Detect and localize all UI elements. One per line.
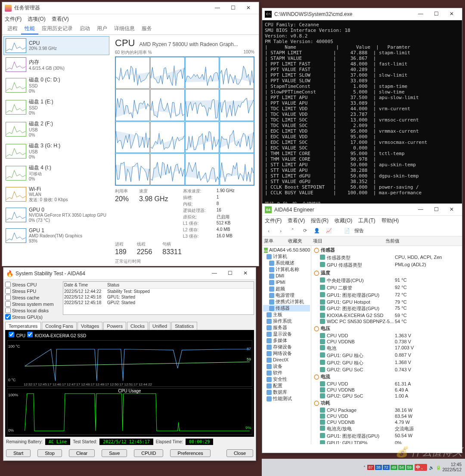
tray-temp[interactable]: 87 [367, 465, 374, 470]
sensor-row[interactable]: CPU Package38.16 W [311, 407, 462, 413]
tm-close[interactable]: ✕ [241, 3, 256, 13]
sst-save-button[interactable]: Save [102, 449, 127, 457]
report-btn[interactable]: 报告 [354, 227, 364, 234]
tree-item[interactable]: 性能测试 [263, 395, 310, 402]
user-icon[interactable]: 👤 [312, 226, 322, 236]
sidebar-item[interactable]: 磁盘 4 (I:)可移动0% [3, 162, 109, 184]
tree-item[interactable]: 超频 [263, 286, 310, 292]
aida-menu-item[interactable]: 收藏(O) [335, 217, 352, 224]
sst-subtab[interactable]: Cooling Fans [42, 322, 77, 330]
cmd-terminal[interactable]: CPU Family: Cezanne SMU BIOS Interface V… [262, 20, 462, 208]
tm-tab[interactable]: 详细信息 [111, 24, 138, 34]
sensor-row[interactable]: GPU1: GPU TDP%0% [311, 440, 462, 444]
sensor-row[interactable]: CPU VDD83.54 W [311, 413, 462, 419]
cmd-close[interactable]: ✕ [444, 9, 459, 19]
tree-item[interactable]: DirectX [263, 357, 310, 363]
sidebar-item[interactable]: 磁盘 3 (G: H:)USB0% [3, 140, 109, 162]
tray-temp[interactable]: 59 [406, 465, 413, 470]
sst-subtab[interactable]: Clocks [127, 322, 148, 330]
tree-item[interactable]: 传感器 [263, 305, 310, 311]
sidebar-item[interactable]: 内存4.6/15.4 GB (30%) [3, 55, 109, 74]
tree-item[interactable]: 多媒体 [263, 337, 310, 344]
chart-icon[interactable]: 📈 [324, 226, 334, 236]
aida-max[interactable]: ☐ [428, 205, 444, 215]
sensor-row[interactable]: GPU2: 图形处理器(GPU)75 °C [311, 305, 462, 312]
stress-checkbox[interactable]: Stress cache [5, 294, 60, 301]
tree-item[interactable]: 系统概述 [263, 260, 310, 266]
windows-taskbar[interactable]: ˄ 873872495459 中 、 🔉 🔋 12:452022/5/12 [262, 459, 465, 476]
cpu-checkbox[interactable]: CPU [9, 332, 25, 338]
report-icon[interactable]: 📄 [342, 226, 352, 236]
taskbar-clock[interactable]: 12:452022/5/12 [443, 462, 462, 473]
sensor-row[interactable]: WDC PC SN530 SDBPNPZ-5...54 °C [311, 318, 462, 324]
tree-item[interactable]: 服务器 [263, 324, 310, 331]
aida-menu-item[interactable]: 文件(F) [265, 217, 282, 224]
tray-temp[interactable]: 54 [398, 465, 405, 470]
tray-temp[interactable]: 38 [375, 465, 382, 470]
cmd-titlebar[interactable]: C:\ C:\WINDOWS\System32\cmd.exe —☐✕ [262, 8, 462, 20]
tree-item[interactable]: 计算机名称 [263, 266, 310, 273]
aida-sensor-list[interactable]: ◯ 传感器传感器类型CPU, HDD, ACPI, ZenGPU 传感器类型PM… [311, 246, 462, 444]
tm-tab[interactable]: 应用历史记录 [38, 24, 76, 34]
sensor-row[interactable]: GPU1: GPU 核心0.887 V [311, 352, 462, 359]
tree-item[interactable]: 软件 [263, 370, 310, 376]
tm-min[interactable]: — [210, 3, 225, 13]
sst-close-button[interactable]: Close [226, 449, 253, 457]
tm-tab[interactable]: 进程 [4, 24, 21, 34]
sensor-row[interactable]: 电池充/放电交流电源 [311, 425, 462, 432]
stability-test-window[interactable]: 🔥 System Stability Test - AIDA64 —☐✕ Str… [3, 267, 256, 461]
tree-item[interactable]: DMI [263, 273, 310, 279]
tm-tab[interactable]: 服务 [138, 24, 155, 34]
cmd-max[interactable]: ☐ [428, 9, 444, 19]
up-icon[interactable]: ˄ [288, 226, 298, 236]
sensor-row[interactable]: GPU1: GPU Hotspot79 °C [311, 299, 462, 305]
aida-close[interactable]: ✕ [444, 205, 459, 215]
back-icon[interactable]: ‹ [264, 226, 273, 236]
tm-tab[interactable]: 启动 [76, 24, 93, 34]
aida-menu-item[interactable]: 帮助(H) [381, 217, 399, 224]
tm-menu-item[interactable]: 选项(O) [28, 16, 45, 23]
tree-item[interactable]: 存储设备 [263, 344, 310, 350]
sst-log[interactable]: Date & TimeStatus 2022/5/12 12:44:22Stab… [63, 281, 254, 315]
tm-menu-item[interactable]: 查看(V) [52, 16, 69, 23]
sidebar-item[interactable]: GPU 0NVIDIA GeForce RTX 3050 Laptop GPU0… [3, 205, 109, 225]
tm-titlebar[interactable]: 任务管理器 — ☐ ✕ [2, 2, 259, 14]
aida-menu-item[interactable]: 工具(T) [358, 217, 375, 224]
tray-chevron-icon[interactable]: ˄ [363, 465, 366, 470]
aida64-window[interactable]: 64 AIDA64 Engineer —☐✕ 文件(F)查看(V)报告(R)收藏… [262, 203, 462, 453]
tray-temps[interactable]: 873872495459 [367, 465, 413, 470]
ssd-checkbox[interactable]: KIOXIA-EXCERIA G2 SSD [27, 332, 86, 338]
task-manager-window[interactable]: 任务管理器 — ☐ ✕ 文件(F)选项(O)查看(V) 进程性能应用历史记录启动… [2, 2, 259, 266]
sst-preferences-button[interactable]: Preferences [170, 449, 210, 457]
refresh-icon[interactable]: ⟳ [300, 226, 310, 236]
aida-tree[interactable]: 64 AIDA64 v6.50.5800 计算机 系统概述 计算机名称 DMI … [262, 246, 311, 444]
tree-item[interactable]: 设备 [263, 363, 310, 370]
cpu-usage-chart[interactable]: CPU Usage 100% 0% 9% [7, 388, 252, 435]
sensor-row[interactable]: CPU VDDNB0.738 V [311, 339, 462, 345]
tm-tab[interactable]: 用户 [93, 24, 111, 34]
tray-temp[interactable]: 72 [383, 465, 390, 470]
stress-checkbox[interactable]: Stress GPU(s) [5, 314, 60, 320]
sst-cpuid-button[interactable]: CPUID [134, 449, 163, 457]
sidebar-item[interactable]: Wi-FiWLAN发送: 0 接收: 0 Kbps [3, 184, 109, 205]
tree-item[interactable]: 电源管理 [263, 292, 310, 299]
log-row[interactable]: 2022/5/12 12:45:18GPU1: Started [63, 294, 254, 300]
sensor-row[interactable]: KIOXIA-EXCERIA G2 SSD59 °C [311, 312, 462, 318]
sidebar-item[interactable]: CPU20% 3.98 GHz [3, 36, 109, 55]
tree-item[interactable]: 操作系统 [263, 318, 310, 324]
sensor-row[interactable]: GPU2: GPU SoC0.743 V [311, 367, 462, 373]
tree-item[interactable]: 安全性 [263, 376, 310, 383]
cpu-core-grid[interactable] [115, 56, 254, 186]
sensor-row[interactable]: GPU2: GPU SoC1.00 A [311, 393, 462, 399]
aida-titlebar[interactable]: 64 AIDA64 Engineer —☐✕ [262, 204, 462, 216]
tree-item[interactable]: 计算机 [263, 253, 310, 260]
log-row[interactable]: 2022/5/12 12:45:18GPU2: Started [63, 300, 254, 305]
fwd-icon[interactable]: › [276, 226, 285, 236]
sst-subtab[interactable]: Temperatures [5, 322, 41, 330]
sidebar-item[interactable]: GPU 1AMD Radeon(TM) Graphics93% [3, 225, 109, 246]
tm-max[interactable]: ☐ [225, 3, 241, 13]
tray-temp[interactable]: 49 [391, 465, 397, 470]
sst-max[interactable]: ☐ [222, 268, 238, 279]
sensor-row[interactable]: 电池17.003 V [311, 345, 462, 352]
sst-stop-button[interactable]: Stop [37, 449, 62, 457]
